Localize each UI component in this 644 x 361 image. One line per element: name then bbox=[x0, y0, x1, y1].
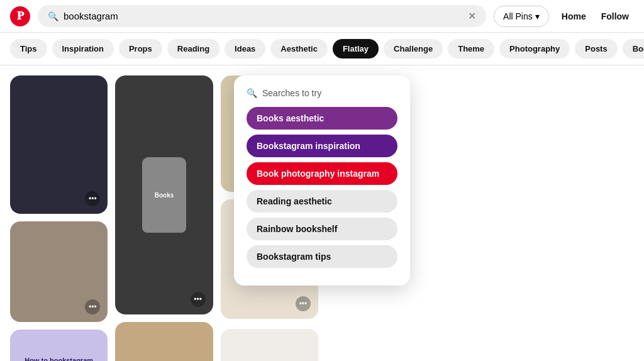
pin-options-button[interactable]: ••• bbox=[191, 292, 206, 307]
filter-chip-challenge[interactable]: Challenge bbox=[384, 39, 443, 58]
all-pins-label: All Pins bbox=[503, 11, 533, 21]
pin-item[interactable]: ••• bbox=[221, 329, 318, 361]
search-icon-dropdown: 🔍 bbox=[247, 88, 257, 98]
pin-item[interactable]: ••• bbox=[115, 322, 213, 361]
searches-dropdown: 🔍 Searches to try Books aesthetic Bookst… bbox=[234, 75, 410, 286]
filter-bar: TipsInspirationPropsReadingIdeasAestheti… bbox=[0, 33, 644, 65]
pin-options-button[interactable]: ••• bbox=[85, 191, 100, 206]
search-icon: 🔍 bbox=[48, 11, 58, 21]
dropdown-title: 🔍 Searches to try bbox=[247, 88, 397, 98]
nav-follow[interactable]: Follow bbox=[596, 9, 634, 24]
filter-chip-aesthetic[interactable]: Aesthetic bbox=[270, 39, 328, 58]
filter-chip-photography[interactable]: Photography bbox=[499, 39, 570, 58]
logo-area[interactable]: 𝐏 bbox=[10, 6, 30, 26]
all-pins-button[interactable]: All Pins ▾ bbox=[494, 6, 549, 27]
pin-item[interactable]: ••• bbox=[10, 75, 108, 214]
search-input[interactable] bbox=[64, 11, 463, 21]
filter-chip-reading[interactable]: Reading bbox=[167, 39, 219, 58]
search-bar[interactable]: 🔍 ✕ bbox=[38, 5, 486, 27]
pin-item[interactable]: How to bookstagram Props 101 ••• bbox=[10, 330, 108, 361]
suggestion-book-photography[interactable]: Book photography instagram bbox=[247, 162, 397, 185]
pinterest-p: 𝐏 bbox=[17, 9, 24, 23]
pin-item[interactable]: Books ••• bbox=[115, 75, 213, 314]
chevron-down-icon: ▾ bbox=[535, 11, 540, 21]
filter-chip-ideas[interactable]: Ideas bbox=[225, 39, 265, 58]
filter-chip-props[interactable]: Props bbox=[119, 39, 162, 58]
suggestion-books-aesthetic[interactable]: Books aesthetic bbox=[247, 107, 397, 130]
filter-chip-tips[interactable]: Tips bbox=[10, 39, 47, 58]
nav-links: Home Follow bbox=[557, 9, 634, 24]
filter-chip-theme[interactable]: Theme bbox=[448, 39, 494, 58]
pin-options-button[interactable]: ••• bbox=[85, 299, 100, 314]
suggestion-bookstagram-tips[interactable]: Bookstagram tips bbox=[247, 245, 397, 268]
pin-options-button[interactable]: ••• bbox=[296, 296, 311, 311]
pin-title: How to bookstagram Props 101 bbox=[25, 357, 93, 361]
filter-chip-flatlay[interactable]: Flatlay bbox=[333, 39, 379, 58]
suggestion-rainbow-bookshelf[interactable]: Rainbow bookshelf bbox=[247, 218, 397, 240]
pin-item[interactable]: ••• bbox=[10, 221, 108, 322]
suggestion-reading-aesthetic[interactable]: Reading aesthetic bbox=[247, 190, 397, 213]
filter-chip-inspiration[interactable]: Inspiration bbox=[52, 39, 114, 58]
main-content: ••• ••• How to bookstagram Props 101 bbox=[0, 65, 644, 361]
header: 𝐏 🔍 ✕ All Pins ▾ Home Follow bbox=[0, 0, 644, 33]
filter-chip-posts[interactable]: Posts bbox=[575, 39, 617, 58]
pinterest-logo[interactable]: 𝐏 bbox=[10, 6, 30, 26]
suggestion-bookstagram-inspiration[interactable]: Bookstagram inspiration bbox=[247, 135, 397, 157]
filter-chip-bookshelves[interactable]: Bookshelves bbox=[623, 39, 644, 58]
search-clear-icon[interactable]: ✕ bbox=[468, 10, 476, 22]
nav-home[interactable]: Home bbox=[557, 9, 591, 24]
